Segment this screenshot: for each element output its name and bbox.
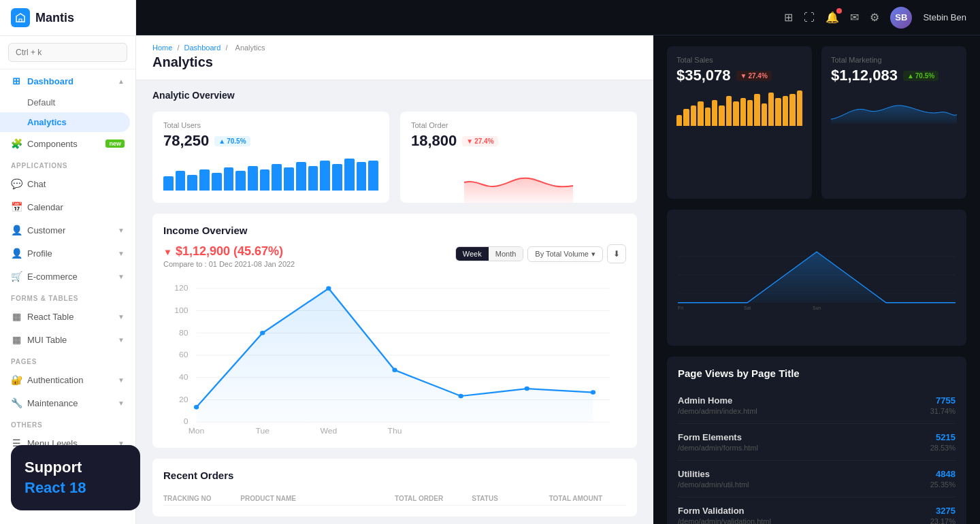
sidebar-item-profile[interactable]: 👤 Profile ▼ bbox=[0, 242, 135, 265]
stat-value-orders: 18,800 bbox=[411, 132, 457, 150]
app-name: Mantis bbox=[35, 11, 74, 25]
bar bbox=[762, 103, 767, 126]
bar bbox=[163, 176, 174, 191]
stat-cards-row: Total Users 78,250 ▲ 70.5% Total Order 1 bbox=[136, 101, 653, 214]
search-bar[interactable] bbox=[0, 36, 135, 69]
stat-badge-users: ▲ 70.5% bbox=[214, 136, 250, 146]
stat-card-users: Total Users 78,250 ▲ 70.5% bbox=[152, 112, 389, 203]
sidebar-item-react-table[interactable]: ▦ React Table ▼ bbox=[0, 305, 135, 328]
dark-badge-marketing: ▲ 70.5% bbox=[903, 71, 938, 81]
bar bbox=[187, 175, 197, 191]
sidebar-item-maintenance[interactable]: 🔧 Maintenance ▼ bbox=[0, 391, 135, 414]
search-input[interactable] bbox=[8, 43, 127, 62]
right-panel: Total Sales $35,078 ▼ 27.4% Total Market… bbox=[653, 35, 980, 524]
sidebar-label-calendar: Calendar bbox=[27, 202, 63, 212]
svg-text:Tue: Tue bbox=[255, 427, 269, 434]
bar bbox=[272, 164, 282, 191]
dropdown-arrow-icon: ▾ bbox=[591, 250, 595, 259]
sidebar-item-customer[interactable]: 👤 Customer ▼ bbox=[0, 218, 135, 242]
user-name: Stebin Ben bbox=[923, 12, 966, 22]
chevron-down-icon-7: ▼ bbox=[118, 399, 125, 407]
bar bbox=[199, 169, 210, 191]
svg-text:Thu: Thu bbox=[388, 427, 402, 434]
sidebar-label-react-table: React Table bbox=[27, 312, 74, 322]
sidebar-item-dashboard[interactable]: ⊞ Dashboard ▲ bbox=[0, 69, 135, 93]
notification-bell[interactable]: 🔔 bbox=[826, 11, 839, 24]
sidebar-item-authentication[interactable]: 🔐 Authentication ▼ bbox=[0, 368, 135, 391]
sidebar-item-components[interactable]: 🧩 Components new bbox=[0, 132, 135, 155]
bar bbox=[676, 115, 682, 127]
income-line-chart: 120 100 80 60 40 20 0 bbox=[163, 274, 626, 437]
chat-icon: 💬 bbox=[11, 178, 22, 189]
fullscreen-icon[interactable]: ⛶ bbox=[804, 12, 815, 24]
stat-label-users: Total Users bbox=[163, 121, 378, 129]
sidebar-label-components: Components bbox=[27, 139, 78, 149]
bar bbox=[733, 101, 738, 126]
sidebar-item-ecommerce[interactable]: 🛒 E-commerce ▼ bbox=[0, 265, 135, 288]
bar bbox=[357, 162, 367, 191]
chevron-down-icon: ▼ bbox=[118, 227, 125, 234]
sidebar-label-mui-table: MUI Table bbox=[27, 335, 67, 345]
pv-count-1: 5215 bbox=[930, 432, 956, 442]
col-amount: TOTAL AMOUNT bbox=[549, 495, 626, 502]
dark-badge-sales: ▼ 27.4% bbox=[736, 71, 772, 81]
breadcrumb-dashboard[interactable]: Dashboard bbox=[184, 44, 221, 52]
chevron-down-icon-2: ▼ bbox=[118, 250, 125, 257]
page-header: Home / Dashboard / Analytics Analytics bbox=[136, 35, 653, 80]
avatar[interactable]: SB bbox=[890, 7, 912, 29]
pv-pct-0: 31.74% bbox=[930, 407, 956, 415]
breadcrumb: Home / Dashboard / Analytics bbox=[152, 44, 637, 52]
bar bbox=[747, 100, 753, 127]
page-views-section: Page Views by Page Title Admin Home /dem… bbox=[667, 357, 966, 524]
sidebar-sub-default[interactable]: Default bbox=[0, 93, 135, 112]
income-controls: Week Month By Total Volume ▾ ⬇ bbox=[455, 244, 626, 263]
sidebar-item-calendar[interactable]: 📅 Calendar bbox=[0, 195, 135, 218]
stat-card-orders: Total Order 18,800 ▼ 27.4% bbox=[400, 112, 637, 203]
bar bbox=[260, 169, 270, 191]
maintenance-icon: 🔧 bbox=[11, 397, 22, 408]
chevron-down-icon-3: ▼ bbox=[118, 273, 125, 280]
pv-url-0: /demo/admin/index.html bbox=[678, 407, 757, 415]
analytic-overview-title: Analytic Overview bbox=[136, 80, 653, 101]
svg-point-17 bbox=[392, 368, 397, 373]
chevron-down-icon-5: ▼ bbox=[118, 336, 125, 344]
dashboard-icon: ⊞ bbox=[11, 76, 22, 86]
pv-count-2: 4848 bbox=[930, 469, 956, 479]
income-value: ▼ $1,12,900 (45.67%) bbox=[163, 244, 295, 259]
svg-point-14 bbox=[194, 405, 199, 410]
support-subtitle: React 18 bbox=[24, 479, 127, 497]
sidebar-label-maintenance: Maintenance bbox=[27, 398, 78, 408]
dark-value-marketing: $1,12,083 bbox=[831, 67, 898, 84]
pv-title-3: Form Validation bbox=[678, 506, 771, 516]
page-view-item-2: Utilities /demo/admin/util.html 4848 25.… bbox=[678, 461, 956, 497]
bar bbox=[344, 159, 355, 191]
sidebar-item-mui-table[interactable]: ▦ MUI Table ▼ bbox=[0, 328, 135, 351]
marketing-area-chart bbox=[831, 90, 957, 199]
svg-text:0: 0 bbox=[184, 418, 189, 425]
sidebar-sub-analytics[interactable]: Analytics bbox=[0, 112, 130, 132]
customer-icon: 👤 bbox=[11, 225, 22, 235]
section-others: Others bbox=[0, 414, 135, 431]
bar bbox=[176, 171, 186, 191]
profile-icon: 👤 bbox=[11, 248, 22, 259]
settings-icon[interactable]: ⚙ bbox=[870, 11, 879, 24]
dark-label-sales: Total Sales bbox=[676, 56, 802, 64]
message-icon[interactable]: ✉ bbox=[850, 11, 859, 24]
download-button[interactable]: ⬇ bbox=[607, 244, 626, 263]
page-view-item-0: Admin Home /demo/admin/index.html 7755 3… bbox=[678, 387, 956, 424]
month-button[interactable]: Month bbox=[489, 247, 523, 261]
chevron-up-icon: ▲ bbox=[118, 78, 125, 85]
svg-text:Wed: Wed bbox=[320, 427, 337, 434]
svg-text:Sat: Sat bbox=[744, 306, 751, 310]
pv-count-0: 7755 bbox=[930, 395, 956, 406]
volume-select[interactable]: By Total Volume ▾ bbox=[527, 246, 603, 262]
sidebar-item-chat[interactable]: 💬 Chat bbox=[0, 172, 135, 195]
bar bbox=[320, 161, 330, 191]
grid-icon[interactable]: ⊞ bbox=[784, 11, 793, 24]
breadcrumb-home[interactable]: Home bbox=[152, 44, 172, 52]
income-overview-section: Income Overview ▼ $1,12,900 (45.67%) Com… bbox=[152, 214, 637, 448]
dark-value-sales: $35,078 bbox=[676, 67, 731, 84]
new-badge: new bbox=[105, 140, 125, 148]
week-button[interactable]: Week bbox=[456, 247, 489, 261]
page-view-item-1: Form Elements /demo/admin/forms.html 521… bbox=[678, 424, 956, 461]
